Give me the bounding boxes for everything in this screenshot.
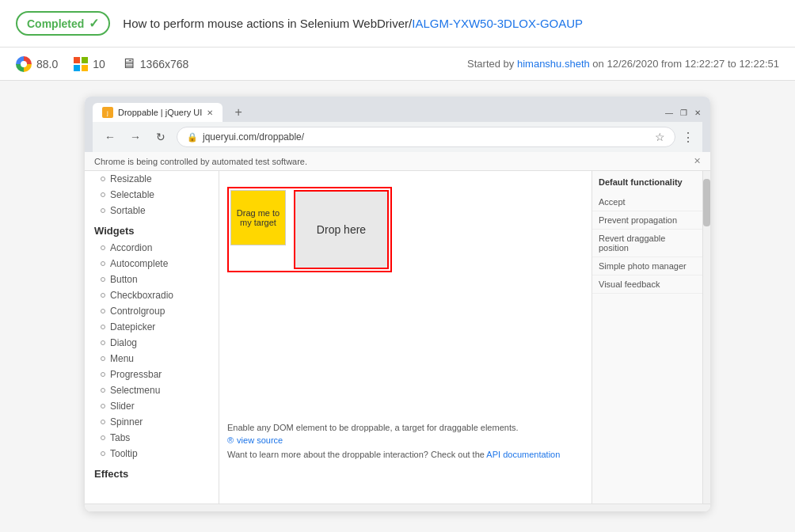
demo-area: Drag me to my target Drop here [227, 179, 584, 280]
sidebar-item-tabs[interactable]: Tabs [85, 430, 219, 446]
sidebar-label: Datepicker [110, 321, 155, 332]
right-panel-item-revert[interactable]: Revert draggable position [592, 230, 702, 257]
main-area: Drag me to my target Drop here Enable an… [219, 171, 591, 504]
scrollbar-track[interactable] [702, 171, 710, 504]
bullet-icon [101, 325, 105, 329]
sidebar-label: Slider [110, 401, 135, 412]
drop-target-element[interactable]: Drop here [294, 190, 389, 269]
sidebar-item-resizable[interactable]: Resizable [85, 171, 219, 187]
bullet-icon [101, 177, 105, 181]
api-doc-row: Want to learn more about the droppable i… [227, 450, 584, 459]
lock-icon: 🔒 [187, 132, 198, 142]
api-doc-link[interactable]: API documentation [486, 450, 560, 459]
sidebar-section-widgets: Widgets [85, 218, 219, 240]
sidebar-label: Spinner [110, 416, 143, 428]
description-text: Enable any DOM element to be droppable, … [227, 423, 584, 432]
demo-description: Enable any DOM element to be droppable, … [227, 423, 519, 432]
new-tab-button[interactable]: + [229, 103, 248, 122]
sidebar-item-controlgroup[interactable]: Controlgroup [85, 303, 219, 319]
right-panel-item-photo[interactable]: Simple photo manager [592, 257, 702, 276]
refresh-button[interactable]: ↻ [151, 127, 170, 146]
started-text: Started by [467, 58, 514, 70]
sidebar-label: Controlgroup [110, 306, 165, 317]
resolution: 1366x768 [140, 58, 189, 70]
user-link[interactable]: himanshu.sheth [517, 58, 590, 70]
bookmark-icon[interactable]: ☆ [655, 131, 665, 143]
sidebar-item-accordion[interactable]: Accordion [85, 240, 219, 256]
minimize-button[interactable]: — [664, 108, 674, 117]
browser-chrome: j Droppable | jQuery UI ✕ + — ❐ ✕ ← → ↻ … [85, 97, 710, 152]
forward-button[interactable]: → [126, 127, 145, 146]
sidebar-item-selectable[interactable]: Selectable [85, 187, 219, 203]
right-panel-item-accept[interactable]: Accept [592, 193, 702, 211]
date-range: on 12/26/2020 from 12:22:27 to 12:22:51 [592, 58, 779, 70]
status-badge: Completed ✓ [16, 11, 110, 36]
bullet-icon [101, 245, 105, 250]
bullet-icon [101, 293, 105, 298]
sidebar-item-spinner[interactable]: Spinner [85, 414, 219, 430]
right-panel-item-prevent[interactable]: Prevent propagation [592, 211, 702, 230]
browser-menu-icon[interactable]: ⋮ [682, 130, 694, 145]
close-window-button[interactable]: ✕ [693, 108, 702, 117]
drag-label: Drag me to my target [234, 208, 282, 227]
os-meta: 10 [74, 57, 105, 71]
chrome-version: 88.0 [36, 58, 58, 70]
notification-close-icon[interactable]: ✕ [694, 156, 701, 166]
sidebar-item-autocomplete[interactable]: Autocomplete [85, 256, 219, 272]
maximize-button[interactable]: ❐ [679, 108, 688, 117]
started-by: Started by himanshu.sheth on 12/26/2020 … [467, 58, 779, 70]
browser-titlebar: j Droppable | jQuery UI ✕ + — ❐ ✕ [93, 103, 702, 122]
sidebar-label: Progressbar [110, 369, 162, 380]
sidebar-item-slider[interactable]: Slider [85, 398, 219, 414]
page-content: Resizable Selectable Sortable Widgets Ac… [85, 171, 710, 504]
bullet-icon [101, 435, 105, 440]
test-title-text: How to perform mouse actions in Selenium… [123, 17, 412, 30]
draggable-element[interactable]: Drag me to my target [230, 190, 286, 245]
sidebar-item-datepicker[interactable]: Datepicker [85, 319, 219, 335]
browser-tab[interactable]: j Droppable | jQuery UI ✕ [93, 103, 223, 122]
back-button[interactable]: ← [101, 127, 120, 146]
sidebar-item-menu[interactable]: Menu [85, 351, 219, 367]
view-source-link[interactable]: ® view source [227, 435, 584, 445]
bullet-icon [101, 208, 105, 213]
sidebar-label: Selectmenu [110, 385, 160, 396]
demo-highlight-box: Drag me to my target Drop here [227, 187, 392, 272]
monitor-icon: 🖥 [121, 55, 135, 72]
view-source-text[interactable]: view source [237, 435, 283, 445]
tab-close-icon[interactable]: ✕ [207, 108, 213, 117]
sidebar-item-progressbar[interactable]: Progressbar [85, 367, 219, 382]
sidebar-item-selectmenu[interactable]: Selectmenu [85, 382, 219, 398]
test-id-link[interactable]: IALGM-YXW50-3DLOX-GOAUP [412, 17, 583, 30]
bullet-icon [101, 340, 105, 345]
chrome-icon [16, 56, 32, 72]
sidebar-item-tooltip[interactable]: Tooltip [85, 446, 219, 462]
bullet-icon [101, 309, 105, 314]
bullet-icon [101, 192, 105, 197]
sidebar-label: Menu [110, 353, 134, 364]
scrollbar-thumb[interactable] [703, 179, 710, 226]
resolution-meta: 🖥 1366x768 [121, 55, 189, 72]
sidebar-item-button[interactable]: Button [85, 272, 219, 287]
api-text: Want to learn more about the droppable i… [227, 450, 485, 459]
sidebar-label: Sortable [110, 205, 146, 216]
bullet-icon [101, 372, 105, 377]
drop-label: Drop here [317, 223, 366, 236]
address-bar[interactable]: 🔒 jqueryui.com/droppable/ ☆ [177, 127, 675, 147]
sidebar-item-dialog[interactable]: Dialog [85, 335, 219, 351]
sidebar-label: Accordion [110, 242, 152, 253]
right-panel-title: Default functionality [592, 171, 702, 193]
sidebar-section-effects: Effects [85, 462, 219, 483]
sidebar-label: Tooltip [110, 448, 138, 459]
sidebar-label: Resizable [110, 173, 152, 184]
horizontal-scrollbar[interactable] [85, 504, 710, 511]
window-controls: — ❐ ✕ [664, 108, 702, 117]
sidebar-item-checkboxradio[interactable]: Checkboxradio [85, 287, 219, 303]
right-panel-item-feedback[interactable]: Visual feedback [592, 276, 702, 294]
top-header: Completed ✓ How to perform mouse actions… [0, 0, 795, 48]
sidebar-label: Autocomplete [110, 258, 168, 269]
notification-bar: Chrome is being controlled by automated … [85, 152, 710, 171]
browser-window: j Droppable | jQuery UI ✕ + — ❐ ✕ ← → ↻ … [85, 97, 710, 511]
sidebar-item-sortable[interactable]: Sortable [85, 203, 219, 218]
url-text: jqueryui.com/droppable/ [203, 131, 650, 142]
bullet-icon [101, 356, 105, 361]
